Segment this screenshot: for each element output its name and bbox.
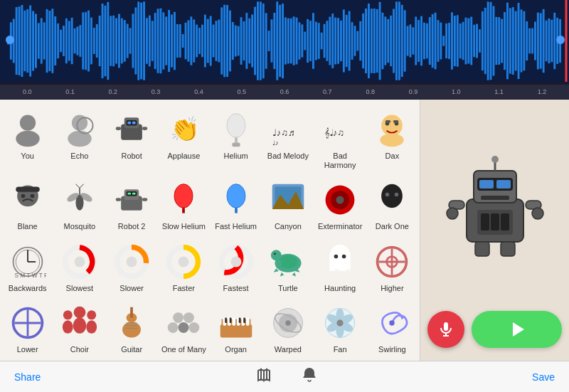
svg-rect-247 <box>235 208 238 213</box>
effect-warped[interactable]: Warped <box>263 299 312 357</box>
svg-point-253 <box>336 196 344 204</box>
svg-rect-312 <box>229 317 231 322</box>
toolbar-center <box>255 366 318 387</box>
waveform-display[interactable] <box>0 0 569 82</box>
you-icon <box>8 110 48 149</box>
svg-rect-34 <box>99 16 101 66</box>
effect-canyon[interactable]: Canyon <box>263 176 312 234</box>
effect-backwards[interactable]: S M T W T F SBackwards <box>3 238 52 296</box>
svg-rect-212 <box>116 127 121 130</box>
svg-rect-41 <box>118 14 120 68</box>
fan-icon <box>320 303 360 343</box>
record-button[interactable] <box>427 311 464 348</box>
svg-rect-16 <box>49 11 51 71</box>
library-button[interactable] <box>255 366 272 387</box>
svg-rect-191 <box>534 21 536 60</box>
svg-rect-36 <box>105 6 107 76</box>
effect-dark-one[interactable]: Dark One <box>368 176 417 234</box>
play-button[interactable] <box>472 311 562 348</box>
svg-rect-94 <box>265 13 267 68</box>
svg-rect-77 <box>218 20 220 63</box>
effect-slowest[interactable]: Slowest <box>55 238 104 296</box>
echo-label: Echo <box>70 152 88 161</box>
bad-melody-label: Bad Melody <box>267 152 309 161</box>
effect-organ[interactable]: Organ <box>211 299 260 357</box>
svg-rect-27 <box>79 25 81 57</box>
svg-rect-53 <box>151 21 154 60</box>
turtle-label: Turtle <box>278 284 298 293</box>
svg-rect-143 <box>401 5 403 77</box>
effect-echo[interactable]: Echo <box>55 105 104 173</box>
svg-point-301 <box>179 322 189 333</box>
effect-choir[interactable]: Choir <box>55 299 104 357</box>
svg-rect-44 <box>127 23 129 58</box>
timeline-mark: 0.6 <box>263 88 306 95</box>
svg-rect-181 <box>506 3 509 80</box>
svg-rect-25 <box>74 28 76 53</box>
effect-slower[interactable]: Slower <box>107 238 156 296</box>
effect-faster[interactable]: Faster <box>159 238 208 296</box>
svg-point-317 <box>285 320 290 325</box>
blane-label: Blane <box>18 222 38 231</box>
svg-point-288 <box>74 307 86 319</box>
svg-rect-176 <box>493 6 495 75</box>
effect-helium[interactable]: Helium <box>211 105 260 173</box>
effect-bad-melody[interactable]: ♩♪♫♬♩♪Bad Melody <box>263 105 312 173</box>
mosquito-icon <box>60 180 100 220</box>
dax-label: Dax <box>385 152 400 161</box>
playhead-left[interactable] <box>6 36 14 44</box>
svg-rect-159 <box>445 23 447 58</box>
play-icon <box>507 319 527 339</box>
notification-button[interactable] <box>301 366 318 387</box>
effect-swirling[interactable]: Swirling <box>368 299 417 357</box>
effect-applause[interactable]: 👏Applause <box>159 105 208 173</box>
playhead-right[interactable] <box>556 36 565 44</box>
svg-rect-69 <box>196 25 198 58</box>
svg-rect-52 <box>149 16 151 67</box>
effect-exterminator[interactable]: Exterminator <box>316 176 365 234</box>
svg-point-286 <box>63 310 73 319</box>
effect-you[interactable]: You <box>3 105 52 173</box>
svg-rect-119 <box>334 18 336 65</box>
svg-rect-103 <box>290 18 292 63</box>
effect-robot2[interactable]: Robot 2 <box>107 176 156 234</box>
svg-rect-183 <box>512 7 514 75</box>
effect-lower[interactable]: Lower <box>3 299 52 357</box>
effect-higher[interactable]: Higher <box>368 238 417 296</box>
svg-rect-118 <box>331 14 334 68</box>
svg-rect-86 <box>243 21 245 60</box>
svg-rect-141 <box>395 1 398 80</box>
effect-turtle[interactable]: Turtle <box>263 238 312 296</box>
svg-rect-83 <box>235 26 237 57</box>
effect-dax[interactable]: Dax <box>368 105 417 173</box>
effect-fast-helium[interactable]: Fast Helium <box>211 176 260 234</box>
effect-slow-helium[interactable]: Slow Helium <box>159 176 208 234</box>
svg-rect-61 <box>174 12 176 70</box>
svg-rect-169 <box>473 25 475 57</box>
effect-blane[interactable]: Blane <box>3 176 52 234</box>
share-button[interactable]: Share <box>14 371 41 383</box>
timeline-mark: 0.2 <box>92 88 134 95</box>
svg-rect-339 <box>501 213 509 231</box>
svg-rect-101 <box>284 17 287 64</box>
timeline: 0.0 0.1 0.2 0.3 0.4 0.5 0.6 0.7 0.8 0.9 … <box>0 85 569 99</box>
effect-guitar[interactable]: Guitar <box>107 299 156 357</box>
effect-fastest[interactable]: Fastest <box>211 238 260 296</box>
svg-rect-160 <box>448 23 450 59</box>
effect-bad-harmony[interactable]: 𝄞♩♪♫Bad Harmony <box>316 105 365 173</box>
robot-display <box>445 107 545 305</box>
svg-rect-12 <box>38 23 40 58</box>
effect-robot[interactable]: Robot <box>107 105 156 173</box>
svg-rect-276 <box>329 256 351 270</box>
effect-one-of-many[interactable]: One of Many <box>159 299 208 357</box>
effect-haunting[interactable]: Haunting <box>316 238 365 296</box>
choir-label: Choir <box>70 345 89 354</box>
effect-mosquito[interactable]: Mosquito <box>55 176 104 234</box>
save-button[interactable]: Save <box>532 371 555 383</box>
svg-rect-140 <box>393 9 395 73</box>
svg-point-274 <box>274 253 276 255</box>
svg-rect-213 <box>142 127 147 130</box>
svg-rect-193 <box>540 13 542 68</box>
svg-rect-95 <box>268 31 270 51</box>
effect-fan[interactable]: Fan <box>316 299 365 357</box>
